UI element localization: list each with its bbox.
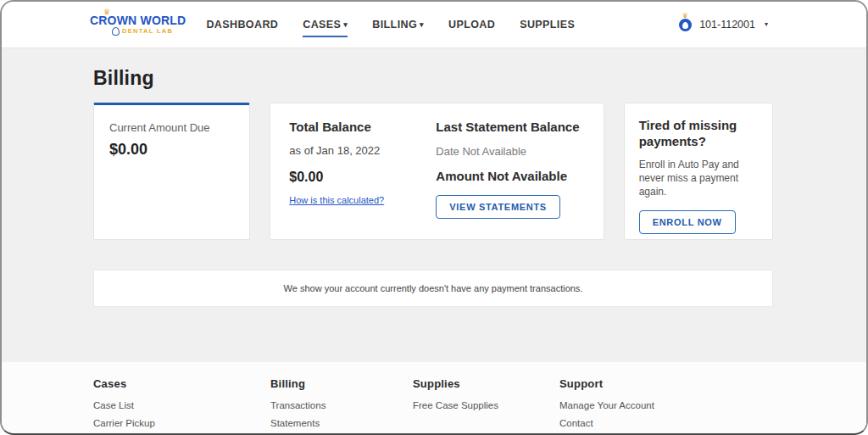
footer-heading-support: Support: [559, 377, 866, 390]
app-window: ♛ CROWN WORLD DENTAL LAB DASHBOARD CASES…: [0, 0, 868, 435]
footer-column-supplies: Supplies Free Case Supplies: [413, 377, 559, 435]
footer-column-support: Support Manage Your Account Contact: [559, 377, 866, 435]
last-statement-title: Last Statement Balance: [436, 120, 584, 136]
main-nav: DASHBOARD CASES▾ BILLING▾ UPLOAD SUPPLIE…: [206, 12, 575, 37]
page-title: Billing: [93, 67, 773, 90]
footer-heading-supplies: Supplies: [413, 377, 559, 390]
total-balance-as-of: as of Jan 18, 2022: [289, 144, 436, 157]
last-statement-amount: Amount Not Available: [436, 169, 584, 183]
chevron-down-icon: ▾: [765, 20, 768, 28]
how-calculated-link[interactable]: How is this calculated?: [289, 195, 384, 205]
account-number: 101-112001: [699, 19, 755, 31]
last-statement-section: Last Statement Balance Date Not Availabl…: [436, 120, 584, 223]
footer-heading-billing: Billing: [270, 377, 413, 390]
logo[interactable]: ♛ CROWN WORLD DENTAL LAB: [90, 14, 186, 36]
nav-item-dashboard[interactable]: DASHBOARD: [206, 12, 278, 37]
tooth-icon: [682, 22, 688, 29]
auto-pay-card: Tired of missing payments? Enroll in Aut…: [624, 103, 773, 240]
chevron-down-icon: ▾: [343, 20, 348, 29]
account-menu[interactable]: ♛ 101-112001 ▾: [679, 18, 768, 31]
last-statement-date: Date Not Available: [436, 145, 584, 158]
footer-column-billing: Billing Transactions Statements Auto Pay: [270, 377, 413, 435]
no-transactions-text: We show your account currently doesn't h…: [284, 283, 583, 293]
auto-pay-description: Enroll in Auto Pay and never miss a paym…: [639, 158, 758, 199]
tooth-icon: [112, 27, 120, 36]
auto-pay-title: Tired of missing payments?: [639, 118, 758, 150]
footer-link-free-case-supplies[interactable]: Free Case Supplies: [413, 400, 559, 410]
nav-item-upload[interactable]: UPLOAD: [448, 12, 495, 37]
nav-item-supplies[interactable]: SUPPLIES: [520, 12, 575, 37]
billing-summary-cards: Current Amount Due $0.00 Total Balance a…: [93, 103, 773, 240]
current-amount-due-label: Current Amount Due: [109, 121, 234, 134]
total-balance-title: Total Balance: [289, 120, 436, 136]
view-statements-button[interactable]: VIEW STATEMENTS: [436, 195, 560, 219]
footer-link-carrier-pickup[interactable]: Carrier Pickup: [93, 418, 270, 428]
enroll-now-button[interactable]: ENROLL NOW: [639, 210, 736, 234]
footer-link-contact[interactable]: Contact: [559, 418, 866, 428]
footer-column-cases: Cases Case List Carrier Pickup Upload: [93, 377, 270, 435]
top-nav-bar: ♛ CROWN WORLD DENTAL LAB DASHBOARD CASES…: [2, 2, 866, 48]
footer-link-statements[interactable]: Statements: [270, 418, 413, 428]
no-transactions-notice: We show your account currently doesn't h…: [93, 270, 773, 307]
crown-icon: ♛: [103, 8, 110, 16]
total-balance-section: Total Balance as of Jan 18, 2022 $0.00 H…: [289, 120, 436, 223]
current-amount-due-card: Current Amount Due $0.00: [93, 103, 250, 240]
footer: Cases Case List Carrier Pickup Upload Bi…: [2, 362, 866, 435]
nav-item-cases[interactable]: CASES▾: [303, 12, 348, 37]
account-badge-icon: ♛: [679, 18, 693, 31]
footer-link-case-list[interactable]: Case List: [93, 400, 270, 410]
nav-item-billing[interactable]: BILLING▾: [372, 12, 424, 37]
footer-link-manage-your-account[interactable]: Manage Your Account: [559, 400, 866, 410]
footer-heading-cases: Cases: [93, 377, 270, 390]
current-amount-due-value: $0.00: [109, 141, 234, 159]
total-balance-value: $0.00: [289, 170, 436, 185]
chevron-down-icon: ▾: [420, 20, 424, 29]
footer-link-transactions[interactable]: Transactions: [270, 400, 413, 410]
logo-text-secondary: DENTAL LAB: [122, 28, 173, 35]
balance-card: Total Balance as of Jan 18, 2022 $0.00 H…: [270, 103, 604, 240]
main-content: Billing Current Amount Due $0.00 Total B…: [2, 48, 866, 362]
logo-text-primary: CROWN WORLD: [90, 14, 186, 26]
